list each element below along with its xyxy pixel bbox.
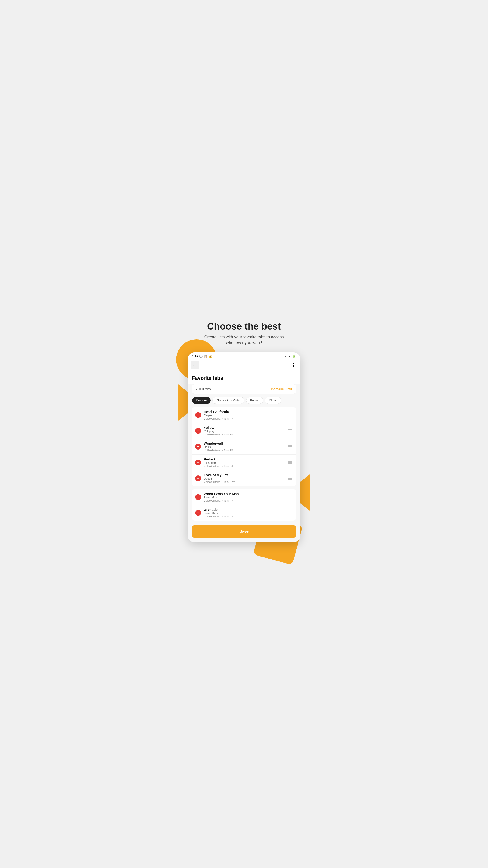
song-item: − Love of My Life Queen Violão/Guitarra … — [192, 470, 296, 486]
drag-line — [288, 430, 292, 430]
wifi-icon: ▼ — [285, 355, 287, 358]
drag-line — [288, 463, 292, 464]
song-meta: Violão/Guitarra • Tom: F#m — [204, 499, 284, 502]
song-item: − Grenade Bruno Mars Violão/Guitarra • T… — [192, 505, 296, 521]
tabs-total-label: /100 tabs — [198, 387, 211, 391]
song-meta: Violão/Guitarra • Tom: F#m — [204, 433, 284, 436]
song-title: Grenade — [204, 508, 284, 512]
status-bar: 1:29 💬 📋 💰 ▼ ▲ 🔋 — [188, 352, 300, 360]
content-area: Favorite tabs 7/100 tabs Increase Limit … — [188, 372, 300, 542]
drag-line — [288, 461, 292, 462]
save-button[interactable]: Save — [192, 525, 296, 538]
sim-icon: 📋 — [204, 355, 207, 358]
song-meta: Violão/Guitarra • Tom: F#m — [204, 449, 284, 452]
drag-line — [288, 445, 292, 446]
drag-handle[interactable] — [287, 413, 293, 417]
song-info: Wonderwall Oasis Violão/Guitarra • Tom: … — [204, 441, 284, 452]
drag-line — [288, 431, 292, 431]
song-info: Love of My Life Queen Violão/Guitarra • … — [204, 473, 284, 483]
song-title: Hotel California — [204, 410, 284, 414]
drag-line — [288, 512, 292, 512]
drag-line — [288, 416, 292, 416]
drag-handle[interactable] — [287, 444, 293, 449]
song-item: − Hotel California Eagles Violão/Guitarr… — [192, 407, 296, 423]
filter-alphabetical[interactable]: Alphabetical Order — [213, 397, 245, 404]
drag-handle[interactable] — [287, 460, 293, 465]
song-title: When I Was Your Man — [204, 492, 284, 496]
song-artist: Ed Sheeran — [204, 461, 284, 465]
song-meta: Violão/Guitarra • Tom: F#m — [204, 465, 284, 467]
song-artist: Bruno Mars — [204, 512, 284, 515]
filter-recent[interactable]: Recent — [246, 397, 263, 404]
drag-handle[interactable] — [287, 476, 293, 480]
song-item: − Yellow Coldplay Violão/Guitarra • Tom:… — [192, 423, 296, 439]
tabs-current: 7 — [196, 387, 198, 391]
signal-icon: ▲ — [289, 355, 291, 358]
page-header: Choose the best Create lists with your f… — [199, 321, 289, 346]
song-meta: Violão/Guitarra • Tom: F#m — [204, 417, 284, 420]
tabs-count-text: 7/100 tabs — [196, 387, 210, 391]
section-title: Favorite tabs — [188, 372, 300, 384]
drag-line — [288, 447, 292, 448]
back-button[interactable]: ← — [191, 361, 199, 369]
remove-button[interactable]: − — [195, 460, 201, 465]
drag-line — [288, 446, 292, 447]
songs-list-group1: − Hotel California Eagles Violão/Guitarr… — [192, 407, 296, 486]
song-info: Yellow Coldplay Violão/Guitarra • Tom: F… — [204, 426, 284, 436]
remove-button[interactable]: − — [195, 412, 201, 418]
drag-line — [288, 514, 292, 514]
drag-line — [288, 477, 292, 477]
drag-line — [288, 479, 292, 480]
page-subtitle: Create lists with your favorite tabs to … — [199, 334, 289, 346]
song-title: Love of My Life — [204, 473, 284, 477]
filter-custom[interactable]: Custom — [192, 397, 210, 404]
song-info: Grenade Bruno Mars Violão/Guitarra • Tom… — [204, 508, 284, 518]
song-title: Yellow — [204, 426, 284, 430]
drag-line — [288, 498, 292, 498]
notification-icon: 💬 — [199, 355, 203, 358]
tabs-counter-bar: 7/100 tabs Increase Limit — [192, 384, 296, 394]
drag-handle[interactable] — [287, 495, 293, 499]
drag-line — [288, 497, 292, 497]
song-artist: Bruno Mars — [204, 496, 284, 499]
phone-frame: 1:29 💬 📋 💰 ▼ ▲ 🔋 ← + ⋮ Favorite tabs — [188, 352, 300, 542]
song-item: − Wonderwall Oasis Violão/Guitarra • Tom… — [192, 439, 296, 455]
drag-line — [288, 496, 292, 496]
song-meta: Violão/Guitarra • Tom: F#m — [204, 480, 284, 483]
nav-bar: ← + ⋮ — [188, 360, 300, 372]
drag-line — [288, 478, 292, 478]
song-info: Perfect Ed Sheeran Violão/Guitarra • Tom… — [204, 457, 284, 467]
song-meta: Violão/Guitarra • Tom: F#m — [204, 515, 284, 518]
remove-button[interactable]: − — [195, 428, 201, 434]
song-info: When I Was Your Man Bruno Mars Violão/Gu… — [204, 492, 284, 502]
drag-handle[interactable] — [287, 429, 293, 433]
status-time: 1:29 — [192, 355, 198, 358]
remove-button[interactable]: − — [195, 475, 201, 481]
song-title: Perfect — [204, 457, 284, 461]
nav-actions: + ⋮ — [282, 361, 297, 369]
song-artist: Queen — [204, 477, 284, 480]
drag-line — [288, 432, 292, 432]
song-info: Hotel California Eagles Violão/Guitarra … — [204, 410, 284, 420]
add-button[interactable]: + — [282, 361, 287, 369]
page-title: Choose the best — [199, 321, 289, 332]
remove-button[interactable]: − — [195, 494, 201, 500]
sort-filters: Custom Alphabetical Order Recent Oldest — [192, 397, 296, 404]
song-item: − When I Was Your Man Bruno Mars Violão/… — [192, 489, 296, 505]
songs-list-group2: − When I Was Your Man Bruno Mars Violão/… — [192, 489, 296, 521]
filter-oldest[interactable]: Oldest — [265, 397, 281, 404]
more-button[interactable]: ⋮ — [290, 361, 297, 369]
drag-line — [288, 415, 292, 415]
song-artist: Eagles — [204, 414, 284, 417]
status-left: 1:29 💬 📋 💰 — [192, 355, 212, 358]
status-icons-right: ▼ ▲ 🔋 — [285, 355, 296, 358]
drag-handle[interactable] — [287, 510, 293, 515]
remove-button[interactable]: − — [195, 444, 201, 450]
drag-line — [288, 462, 292, 463]
song-item: − Perfect Ed Sheeran Violão/Guitarra • T… — [192, 455, 296, 470]
song-artist: Coldplay — [204, 430, 284, 433]
increase-limit-button[interactable]: Increase Limit — [271, 387, 292, 391]
drag-line — [288, 414, 292, 414]
remove-button[interactable]: − — [195, 510, 201, 516]
battery-icon: 🔋 — [293, 355, 296, 358]
